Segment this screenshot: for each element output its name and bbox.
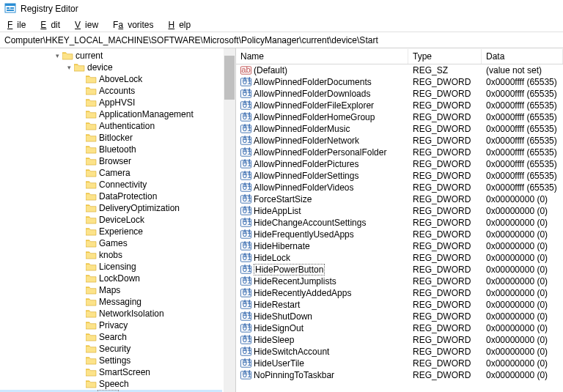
- tree-item-device[interactable]: device: [0, 62, 222, 73]
- reg-dword-icon: [240, 159, 251, 169]
- tree-item-accounts[interactable]: Accounts: [0, 85, 222, 97]
- registry-value-row[interactable]: AllowPinnedFolderDocumentsREG_DWORD0x000…: [236, 76, 563, 88]
- column-header-data[interactable]: Data: [482, 49, 563, 64]
- tree-item-abovelock[interactable]: AboveLock: [0, 73, 222, 85]
- tree-item-applicationmanagement[interactable]: ApplicationManagement: [0, 108, 222, 120]
- tree-item-deliveryoptimization[interactable]: DeliveryOptimization: [0, 202, 222, 214]
- registry-value-row[interactable]: (Default)REG_SZ(value not set): [236, 64, 563, 76]
- expander-icon[interactable]: [65, 63, 73, 72]
- tree-item-licensing[interactable]: Licensing: [0, 261, 222, 273]
- folder-icon: [62, 51, 73, 60]
- reg-dword-icon: [240, 229, 251, 240]
- value-name: HideShutDown: [254, 311, 312, 322]
- tree-item-knobs[interactable]: knobs: [0, 249, 222, 261]
- folder-icon: [86, 239, 97, 248]
- expander-icon[interactable]: [53, 51, 62, 60]
- value-type: REG_DWORD: [408, 147, 482, 158]
- value-name: AllowPinnedFolderMusic: [254, 124, 350, 134]
- tree-item-lockdown[interactable]: LockDown: [0, 273, 222, 284]
- registry-value-row[interactable]: HidePowerButtonREG_DWORD0x00000000 (0): [236, 264, 563, 275]
- tree-pane[interactable]: currentdeviceAboveLockAccountsAppHVSIApp…: [0, 48, 236, 392]
- registry-value-row[interactable]: NoPinningToTaskbarREG_DWORD0x00000000 (0…: [236, 369, 563, 381]
- menu-favorites[interactable]: Favorites: [108, 19, 162, 30]
- tree-item-maps[interactable]: Maps: [0, 284, 222, 296]
- registry-value-row[interactable]: HideChangeAccountSettingsREG_DWORD0x0000…: [236, 217, 563, 229]
- value-data: 0x0000ffff (65535): [482, 100, 563, 111]
- folder-icon: [86, 75, 97, 84]
- registry-value-row[interactable]: HideSignOutREG_DWORD0x00000000 (0): [236, 322, 563, 334]
- tree-item-privacy[interactable]: Privacy: [0, 319, 222, 331]
- value-type: REG_DWORD: [408, 206, 482, 216]
- reg-dword-icon: [240, 194, 251, 204]
- list-body[interactable]: (Default)REG_SZ(value not set)AllowPinne…: [236, 64, 563, 392]
- tree-scrollbar[interactable]: [224, 48, 235, 392]
- tree-item-experience[interactable]: Experience: [0, 226, 222, 237]
- menu-edit[interactable]: Edit: [36, 19, 69, 30]
- value-type: REG_DWORD: [408, 241, 482, 251]
- tree-item-bitlocker[interactable]: Bitlocker: [0, 132, 222, 144]
- tree-item-dataprotection[interactable]: DataProtection: [0, 191, 222, 202]
- registry-value-row[interactable]: HideFrequentlyUsedAppsREG_DWORD0x0000000…: [236, 229, 563, 240]
- folder-icon: [86, 356, 97, 365]
- scrollbar-thumb[interactable]: [224, 56, 235, 100]
- registry-value-row[interactable]: HideHibernateREG_DWORD0x00000000 (0): [236, 240, 563, 252]
- tree-item-apphvsi[interactable]: AppHVSI: [0, 97, 222, 108]
- value-type: REG_DWORD: [408, 347, 482, 357]
- value-type: REG_DWORD: [408, 171, 482, 181]
- registry-value-row[interactable]: AllowPinnedFolderSettingsREG_DWORD0x0000…: [236, 170, 563, 182]
- reg-dword-icon: [240, 218, 251, 228]
- tree-item-bluetooth[interactable]: Bluetooth: [0, 144, 222, 155]
- value-data: 0x00000000 (0): [482, 241, 563, 251]
- tree-item-current[interactable]: current: [0, 50, 222, 62]
- registry-value-row[interactable]: AllowPinnedFolderVideosREG_DWORD0x0000ff…: [236, 182, 563, 193]
- tree-item-search[interactable]: Search: [0, 331, 222, 343]
- window-title: Registry Editor: [21, 4, 78, 14]
- tree-item-authentication[interactable]: Authentication: [0, 120, 222, 132]
- folder-icon: [86, 380, 97, 388]
- tree-item-smartscreen[interactable]: SmartScreen: [0, 366, 222, 378]
- registry-value-row[interactable]: HideRecentlyAddedAppsREG_DWORD0x00000000…: [236, 287, 563, 299]
- tree-item-networkisolation[interactable]: NetworkIsolation: [0, 308, 222, 319]
- folder-icon: [86, 333, 97, 341]
- registry-value-row[interactable]: AllowPinnedFolderFileExplorerREG_DWORD0x…: [236, 100, 563, 111]
- tree-item-security[interactable]: Security: [0, 343, 222, 355]
- registry-value-row[interactable]: HideShutDownREG_DWORD0x00000000 (0): [236, 311, 563, 322]
- menu-file[interactable]: File: [3, 19, 34, 30]
- tree-item-devicelock[interactable]: DeviceLock: [0, 214, 222, 226]
- folder-icon: [86, 133, 97, 142]
- tree-item-games[interactable]: Games: [0, 237, 222, 249]
- menu-help[interactable]: Help: [163, 19, 199, 30]
- tree-item-camera[interactable]: Camera: [0, 167, 222, 179]
- value-name: HideRecentlyAddedApps: [254, 288, 351, 298]
- folder-icon: [86, 192, 97, 201]
- registry-value-row[interactable]: AllowPinnedFolderMusicREG_DWORD0x0000fff…: [236, 123, 563, 135]
- registry-value-row[interactable]: ForceStartSizeREG_DWORD0x00000000 (0): [236, 193, 563, 205]
- registry-value-row[interactable]: AllowPinnedFolderHomeGroupREG_DWORD0x000…: [236, 111, 563, 123]
- folder-icon: [86, 98, 97, 107]
- registry-value-row[interactable]: HideSleepREG_DWORD0x00000000 (0): [236, 334, 563, 346]
- registry-value-row[interactable]: HideSwitchAccountREG_DWORD0x00000000 (0): [236, 346, 563, 358]
- registry-value-row[interactable]: HideAppListREG_DWORD0x00000000 (0): [236, 205, 563, 217]
- tree-item-connectivity[interactable]: Connectivity: [0, 179, 222, 191]
- registry-value-row[interactable]: HideLockREG_DWORD0x00000000 (0): [236, 252, 563, 264]
- folder-icon: [86, 86, 97, 95]
- value-type: REG_DWORD: [408, 124, 482, 134]
- tree-item-settings[interactable]: Settings: [0, 355, 222, 366]
- registry-value-row[interactable]: AllowPinnedFolderNetworkREG_DWORD0x0000f…: [236, 135, 563, 147]
- registry-value-row[interactable]: HideRestartREG_DWORD0x00000000 (0): [236, 299, 563, 311]
- registry-value-row[interactable]: AllowPinnedFolderDownloadsREG_DWORD0x000…: [236, 88, 563, 100]
- folder-icon: [86, 344, 97, 353]
- menu-view[interactable]: View: [70, 19, 107, 30]
- column-header-type[interactable]: Type: [408, 49, 482, 64]
- registry-value-row[interactable]: HideUserTileREG_DWORD0x00000000 (0): [236, 358, 563, 369]
- tree-item-browser[interactable]: Browser: [0, 155, 222, 167]
- value-type: REG_DWORD: [408, 77, 482, 87]
- column-header-name[interactable]: Name: [236, 49, 408, 64]
- value-type: REG_DWORD: [408, 100, 482, 111]
- tree-item-speech[interactable]: Speech: [0, 378, 222, 390]
- address-bar[interactable]: Computer\HKEY_LOCAL_MACHINE\SOFTWARE\Mic…: [0, 32, 563, 48]
- tree-item-messaging[interactable]: Messaging: [0, 296, 222, 308]
- registry-value-row[interactable]: AllowPinnedFolderPersonalFolderREG_DWORD…: [236, 147, 563, 158]
- registry-value-row[interactable]: AllowPinnedFolderPicturesREG_DWORD0x0000…: [236, 158, 563, 170]
- registry-value-row[interactable]: HideRecentJumplistsREG_DWORD0x00000000 (…: [236, 275, 563, 287]
